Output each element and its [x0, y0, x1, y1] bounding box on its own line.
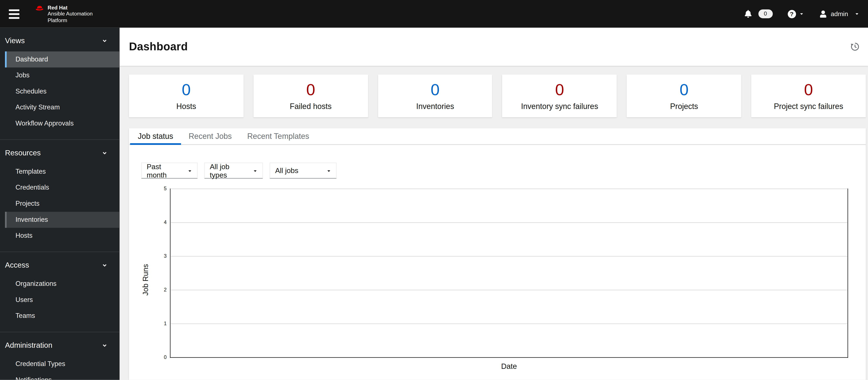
y-tick: 5 [164, 186, 166, 191]
y-tick: 2 [164, 287, 166, 292]
sidebar-item-workflow-approvals[interactable]: Workflow Approvals [0, 116, 120, 132]
caret-down-icon [253, 168, 257, 173]
job-type-select-value: All job types [210, 162, 247, 179]
nav-section-access: Access Organizations Users Teams [0, 252, 120, 332]
nav-group-label: Access [5, 261, 29, 269]
brand-product-line1: Ansible Automation [48, 10, 93, 17]
notifications-button[interactable]: 0 [744, 9, 772, 18]
stat-card-inventory-sync-failures[interactable]: 0 Inventory sync failures [502, 75, 617, 117]
sidebar-item-hosts[interactable]: Hosts [0, 228, 120, 244]
sidebar-item-activity-stream[interactable]: Activity Stream [0, 100, 120, 116]
chart-x-axis-label: Date [170, 362, 848, 371]
sidebar-item-credentials[interactable]: Credentials [0, 180, 120, 196]
sidebar-item-organizations[interactable]: Organizations [0, 276, 120, 292]
masthead: Red Hat Ansible Automation Platform 0 ? [0, 0, 868, 28]
sidebar-item-inventories[interactable]: Inventories [5, 212, 120, 228]
stat-card-hosts[interactable]: 0 Hosts [129, 75, 243, 117]
sidebar-item-jobs[interactable]: Jobs [0, 68, 120, 83]
bell-icon [744, 10, 751, 18]
nav-group-resources[interactable]: Resources [0, 149, 120, 157]
chart-filters: Past month All job types All jobs [141, 163, 866, 179]
job-status-chart: Job Runs 5 4 3 2 1 0 Date [170, 188, 848, 370]
nav-group-label: Resources [5, 149, 41, 157]
user-icon [819, 10, 826, 18]
job-type-select[interactable]: All job types [204, 163, 263, 179]
stat-card-project-sync-failures[interactable]: 0 Project sync failures [751, 75, 866, 117]
sidebar: Views Dashboard Jobs Schedules Activity … [0, 28, 120, 380]
y-tick: 1 [164, 321, 166, 326]
page-body: 0 Hosts 0 Failed hosts 0 Inventories 0 I… [120, 66, 868, 380]
caret-down-icon [327, 168, 331, 173]
stat-label: Projects [670, 101, 698, 110]
y-tick: 3 [164, 253, 166, 259]
caret-down-icon [855, 11, 859, 16]
sidebar-item-projects[interactable]: Projects [0, 196, 120, 212]
chevron-down-icon [102, 343, 107, 348]
stat-label: Failed hosts [290, 101, 332, 110]
page-title: Dashboard [129, 40, 188, 53]
caret-down-icon [799, 11, 804, 16]
chevron-down-icon [102, 38, 107, 43]
user-name: admin [831, 10, 848, 17]
stat-value: 0 [804, 81, 813, 98]
stat-label: Hosts [176, 101, 196, 110]
brand-logo: Red Hat Ansible Automation Platform [35, 4, 93, 24]
nav-group-label: Administration [5, 341, 52, 349]
brand-product-line2: Platform [48, 17, 93, 24]
brand-name: Red Hat [48, 4, 93, 11]
caret-down-icon [188, 168, 192, 173]
chart-y-axis-label: Job Runs [142, 264, 150, 295]
stat-label: Project sync failures [774, 101, 843, 110]
nav-toggle-button[interactable] [9, 9, 19, 19]
user-menu-button[interactable]: admin [819, 10, 859, 18]
stat-card-failed-hosts[interactable]: 0 Failed hosts [253, 75, 368, 117]
help-menu-button[interactable]: ? [787, 10, 804, 18]
period-select[interactable]: Past month [141, 163, 197, 179]
sidebar-item-credential-types[interactable]: Credential Types [0, 356, 120, 372]
chart-plot-area: 5 4 3 2 1 0 [170, 188, 848, 358]
main-content: Dashboard 0 Hosts 0 Fail [120, 28, 868, 380]
summary-cards: 0 Hosts 0 Failed hosts 0 Inventories 0 I… [129, 75, 866, 117]
y-tick: 0 [164, 354, 166, 360]
tab-job-status[interactable]: Job status [130, 128, 181, 144]
nav-group-label: Views [5, 37, 25, 45]
stat-label: Inventory sync failures [521, 101, 598, 110]
help-icon: ? [787, 10, 796, 18]
sidebar-item-dashboard[interactable]: Dashboard [5, 51, 120, 68]
stat-card-inventories[interactable]: 0 Inventories [378, 75, 492, 117]
y-tick: 4 [164, 219, 166, 225]
nav-section-administration: Administration Credential Types Notifica… [0, 332, 120, 380]
stat-value: 0 [306, 81, 315, 98]
history-icon [850, 42, 860, 51]
hamburger-icon [9, 9, 19, 11]
app-window: Red Hat Ansible Automation Platform 0 ? [0, 0, 868, 380]
tab-recent-jobs[interactable]: Recent Jobs [181, 128, 240, 144]
nav-group-views[interactable]: Views [0, 37, 120, 45]
nav-group-access[interactable]: Access [0, 261, 120, 269]
sidebar-item-teams[interactable]: Teams [0, 308, 120, 324]
stat-label: Inventories [416, 101, 454, 110]
stat-value: 0 [431, 81, 440, 98]
dashboard-tabs: Job status Recent Jobs Recent Templates [129, 128, 866, 145]
job-filter-select-value: All jobs [275, 166, 299, 175]
sidebar-item-users[interactable]: Users [0, 292, 120, 308]
redhat-fedora-icon [35, 5, 44, 12]
stat-card-projects[interactable]: 0 Projects [627, 75, 741, 117]
refresh-history-button[interactable] [850, 42, 860, 51]
sidebar-item-notifications[interactable]: Notifications [0, 372, 120, 380]
masthead-toolbar: 0 ? admin [744, 9, 859, 18]
chevron-down-icon [102, 150, 107, 156]
nav-section-resources: Resources Templates Credentials Projects… [0, 140, 120, 252]
stat-value: 0 [555, 81, 564, 98]
sidebar-item-templates[interactable]: Templates [0, 164, 120, 180]
nav-section-views: Views Dashboard Jobs Schedules Activity … [0, 28, 120, 140]
stat-value: 0 [680, 81, 688, 98]
job-filter-select[interactable]: All jobs [270, 163, 337, 179]
stat-value: 0 [182, 81, 191, 98]
brand-text: Red Hat Ansible Automation Platform [48, 4, 93, 24]
chevron-down-icon [102, 263, 107, 268]
sidebar-item-schedules[interactable]: Schedules [0, 83, 120, 100]
nav-group-administration[interactable]: Administration [0, 341, 120, 349]
page-header: Dashboard [120, 28, 868, 66]
tab-recent-templates[interactable]: Recent Templates [240, 128, 317, 144]
